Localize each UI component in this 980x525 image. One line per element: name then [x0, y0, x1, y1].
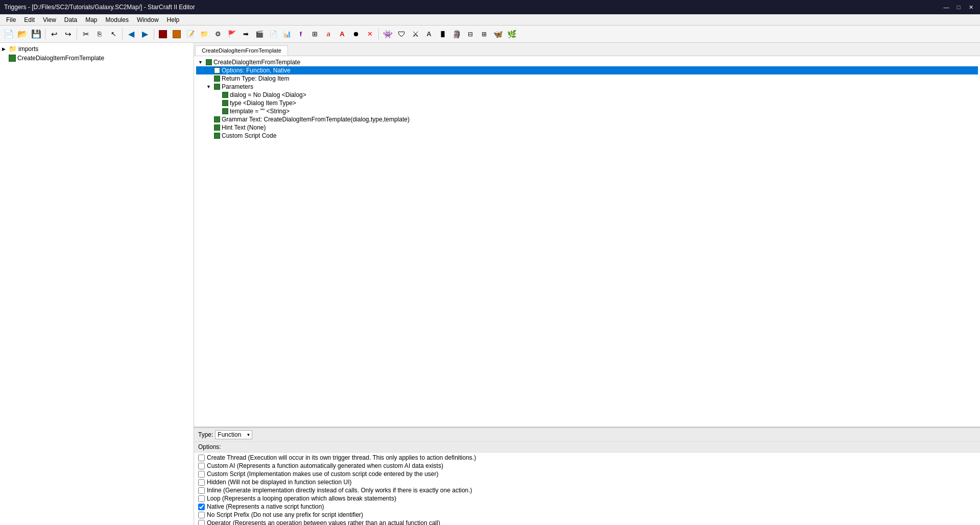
checkbox-custom-script[interactable] [198, 471, 205, 478]
tab-create-dialog-item[interactable]: CreateDialogItemFromTemplate [195, 45, 288, 56]
separator-2 [77, 29, 77, 40]
checkbox-operator[interactable] [198, 520, 205, 526]
options-list: Create Thread (Execution will occur in i… [194, 453, 980, 525]
trigger-return-type-item[interactable]: Return Type: Dialog Item [196, 74, 978, 83]
checkbox-create-thread[interactable] [198, 455, 205, 461]
trigger-hint-text[interactable]: Hint Text (None) [196, 123, 978, 132]
menu-help[interactable]: Help [163, 15, 184, 24]
table2-btn[interactable]: ⊞ [477, 28, 491, 41]
arrow-btn[interactable]: ➡ [239, 28, 252, 41]
doc2-btn[interactable]: 📄 [267, 28, 280, 41]
func-icon: f [300, 30, 302, 38]
fly-btn[interactable]: 🦋 [491, 28, 505, 41]
open-button[interactable]: 📂 [16, 28, 29, 41]
type-btn[interactable]: A [336, 28, 349, 41]
trigger-root-item[interactable]: ▼ CreateDialogItemFromTemplate [196, 58, 978, 66]
face-btn[interactable]: 🗿 [450, 28, 463, 41]
new-file-icon: 📄 [4, 29, 14, 39]
menu-file[interactable]: File [2, 15, 20, 24]
alien1-btn[interactable]: 👾 [381, 28, 394, 41]
menu-bar: File Edit View Data Map Modules Window H… [0, 14, 980, 26]
checkbox-custom-ai[interactable] [198, 463, 205, 469]
checkbox-native[interactable] [198, 504, 205, 510]
menu-window[interactable]: Window [133, 15, 163, 24]
col-btn[interactable]: ▐▌ [436, 28, 449, 41]
folder-btn[interactable]: 📁 [198, 28, 211, 41]
doc2-icon: 📄 [269, 30, 277, 38]
options-label-text: Options: [194, 442, 980, 453]
new-file-button[interactable]: 📄 [2, 28, 15, 41]
grid-icon: ⊞ [312, 30, 318, 38]
type-icon: A [340, 30, 344, 38]
collapse-root-icon[interactable]: ▼ [198, 60, 204, 65]
window-title: Triggers - [D:/Files/SC2/Tutorials/Galax… [4, 4, 195, 11]
trigger-parameters-group[interactable]: ▼ Parameters [196, 83, 978, 91]
trigger-options-item[interactable]: Options: Function, Native [196, 66, 978, 74]
checkbox-loop[interactable] [198, 495, 205, 502]
open-icon: 📂 [17, 29, 28, 39]
orange-sq-button[interactable] [170, 28, 183, 41]
menu-modules[interactable]: Modules [102, 15, 133, 24]
circle-icon: ⏺ [353, 30, 360, 38]
table-btn[interactable]: 📊 [280, 28, 294, 41]
minimize-button[interactable]: — [941, 2, 951, 12]
trigger-grammar-text[interactable]: Grammar Text: CreateDialogItemFromTempla… [196, 115, 978, 123]
checkbox-hidden[interactable] [198, 479, 205, 486]
root-label: CreateDialogItemFromTemplate [213, 59, 300, 66]
properties-panel: Type: Function Action Condition Event Op… [194, 428, 980, 525]
expand-imports-icon: ▶ [2, 46, 7, 52]
x-btn[interactable]: ✕ [363, 28, 376, 41]
flag-btn[interactable]: 🚩 [225, 28, 238, 41]
alien2-btn[interactable]: 🛡 [395, 28, 408, 41]
nav-forward-button[interactable]: ▶ [138, 28, 152, 41]
doc-button[interactable]: 📝 [184, 28, 197, 41]
leaf-btn[interactable]: 🌿 [505, 28, 518, 41]
param-template-label: template = "" <String> [230, 108, 290, 115]
maximize-button[interactable]: □ [953, 2, 964, 12]
menu-data[interactable]: Data [60, 15, 81, 24]
menu-view[interactable]: View [39, 15, 60, 24]
nav-back-button[interactable]: ◀ [125, 28, 138, 41]
grid-btn[interactable]: ⊞ [308, 28, 321, 41]
close-button[interactable]: ✕ [966, 2, 976, 12]
grid2-btn[interactable]: ⊟ [464, 28, 477, 41]
settings-btn[interactable]: ⚙ [211, 28, 225, 41]
trigger-custom-script[interactable]: Custom Script Code [196, 132, 978, 140]
option-inline-label: Inline (Generate implementation directly… [207, 487, 472, 494]
cut-button[interactable]: ✂ [79, 28, 92, 41]
grid2-icon: ⊟ [468, 31, 473, 38]
hint-icon [214, 124, 220, 131]
option-create-thread-label: Create Thread (Execution will occur in i… [207, 454, 476, 461]
copy-button[interactable]: ⎘ [93, 28, 106, 41]
select-button[interactable]: ↖ [107, 28, 120, 41]
tree-item-create-dialog[interactable]: CreateDialogItemFromTemplate [0, 54, 194, 63]
trigger-param-template[interactable]: template = "" <String> [196, 107, 978, 115]
circle-btn[interactable]: ⏺ [349, 28, 363, 41]
tree-item-imports[interactable]: ▶ 📁 imports [0, 44, 194, 54]
text-btn[interactable]: a [322, 28, 335, 41]
menu-map[interactable]: Map [81, 15, 101, 24]
func-btn[interactable]: f [294, 28, 307, 41]
grammar-label: Grammar Text: CreateDialogItemFromTempla… [222, 116, 410, 123]
collapse-params-icon[interactable]: ▼ [206, 84, 212, 89]
checkbox-inline[interactable] [198, 487, 205, 494]
trigger-editor-button[interactable] [156, 28, 170, 41]
checkbox-no-script-prefix[interactable] [198, 512, 205, 518]
alien3-btn[interactable]: ⚔ [409, 28, 422, 41]
camera-btn[interactable]: 🎬 [253, 28, 266, 41]
trigger-param-type[interactable]: type <Dialog Item Type> [196, 99, 978, 107]
undo-button[interactable]: ↩ [47, 28, 61, 41]
option-loop: Loop (Represents a looping operation whi… [194, 494, 980, 503]
x-icon: ✕ [367, 30, 373, 38]
A-btn[interactable]: A [422, 28, 436, 41]
face-icon: 🗿 [452, 30, 462, 39]
type-dropdown[interactable]: Function Action Condition Event [215, 430, 252, 439]
cut-icon: ✂ [83, 30, 89, 39]
menu-edit[interactable]: Edit [20, 15, 39, 24]
folder-icon: 📁 [200, 30, 208, 38]
options-icon [214, 67, 220, 73]
redo-button[interactable]: ↪ [61, 28, 75, 41]
option-operator-label: Operator (Represents an operation betwee… [207, 519, 440, 525]
trigger-param-dialog[interactable]: dialog = No Dialog <Dialog> [196, 91, 978, 99]
save-button[interactable]: 💾 [30, 28, 43, 41]
